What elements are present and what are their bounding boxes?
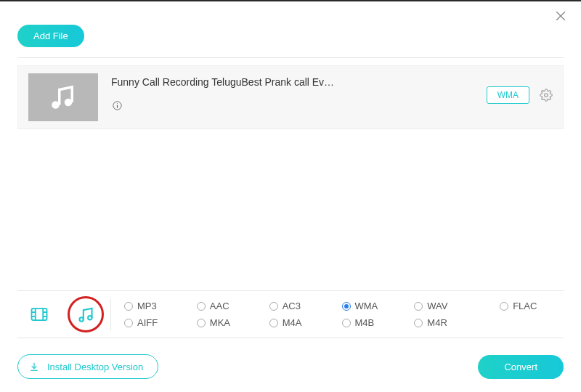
download-icon xyxy=(28,361,40,372)
info-icon[interactable] xyxy=(111,99,123,111)
bottom-bar: Install Desktop Version Convert xyxy=(17,354,564,379)
format-label: M4B xyxy=(355,317,375,328)
format-label: AC3 xyxy=(283,301,301,311)
svg-point-4 xyxy=(116,103,117,104)
install-label: Install Desktop Version xyxy=(47,362,143,372)
install-desktop-button[interactable]: Install Desktop Version xyxy=(17,354,158,379)
gear-icon[interactable] xyxy=(540,89,553,102)
file-actions: WMA xyxy=(487,73,553,104)
convert-button[interactable]: Convert xyxy=(478,355,564,379)
format-option-wav[interactable]: WAV xyxy=(414,301,487,311)
format-panel: MP3 AAC AC3 WMA WAV AIFF MKA M4A M4B M4R… xyxy=(17,290,564,338)
format-option-wma[interactable]: WMA xyxy=(342,301,415,311)
format-option-ac3[interactable]: AC3 xyxy=(269,301,342,311)
format-option-aiff[interactable]: AIFF xyxy=(124,317,197,328)
video-tab-icon[interactable] xyxy=(29,304,49,324)
header: Add File xyxy=(0,4,581,57)
audio-tab[interactable] xyxy=(70,298,102,330)
file-meta: Funny Call Recording TeluguBest Prank ca… xyxy=(98,73,487,114)
music-note-icon xyxy=(48,82,78,113)
file-thumbnail xyxy=(28,73,98,121)
format-label: MP3 xyxy=(137,301,157,311)
format-label: WMA xyxy=(355,301,378,311)
format-label: M4R xyxy=(427,317,447,328)
file-row: Funny Call Recording TeluguBest Prank ca… xyxy=(17,65,564,129)
output-format-badge[interactable]: WMA xyxy=(487,86,529,104)
format-option-m4a[interactable]: M4A xyxy=(269,317,342,328)
format-label: AAC xyxy=(210,301,229,311)
svg-point-5 xyxy=(545,94,548,97)
format-option-m4r[interactable]: M4R xyxy=(414,317,487,328)
format-option-m4b[interactable]: M4B xyxy=(342,317,415,328)
format-option-mp3[interactable]: MP3 xyxy=(124,301,197,311)
divider xyxy=(17,57,564,58)
type-tabs xyxy=(22,298,111,330)
audio-tab-icon xyxy=(76,304,96,324)
format-option-flac[interactable]: FLAC xyxy=(500,301,572,311)
svg-rect-6 xyxy=(32,309,47,320)
format-option-aac[interactable]: AAC xyxy=(197,301,269,311)
format-label: MKA xyxy=(210,317,230,328)
format-label: FLAC xyxy=(513,301,537,311)
format-label: WAV xyxy=(427,301,447,311)
format-label: M4A xyxy=(283,317,302,328)
format-grid: MP3 AAC AC3 WMA WAV AIFF MKA M4A M4B M4R… xyxy=(111,298,559,330)
format-label: AIFF xyxy=(137,317,158,328)
add-file-button[interactable]: Add File xyxy=(17,25,84,47)
file-title: Funny Call Recording TeluguBest Prank ca… xyxy=(111,76,487,88)
close-icon[interactable] xyxy=(553,9,568,23)
format-option-mka[interactable]: MKA xyxy=(197,317,269,328)
